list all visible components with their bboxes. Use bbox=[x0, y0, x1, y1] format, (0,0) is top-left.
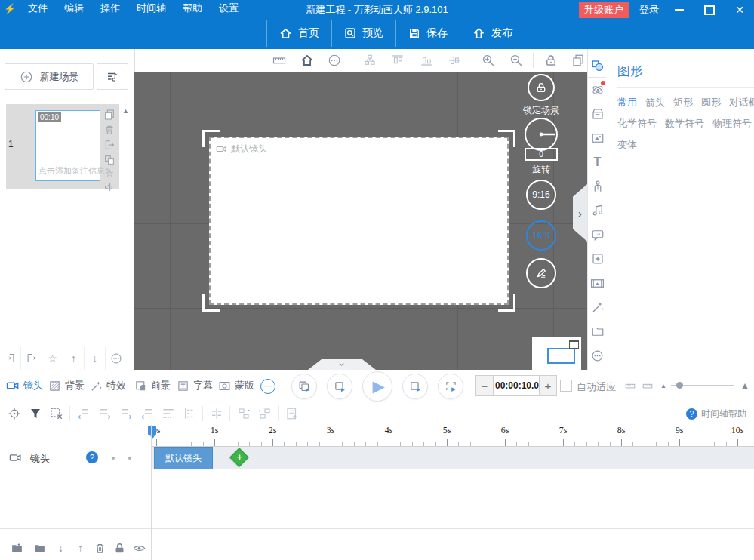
move-scene-down-icon[interactable]: ↓ bbox=[85, 347, 106, 370]
zoom-in-icon[interactable] bbox=[482, 54, 495, 67]
timeline-ruler[interactable]: 0s1s2s3s4s5s6s7s8s9s10s bbox=[151, 425, 754, 447]
shift-left-icon[interactable] bbox=[77, 407, 91, 420]
distribute-icon[interactable] bbox=[183, 407, 196, 420]
ruler-toggle-icon[interactable] bbox=[272, 54, 286, 67]
zoom-slider-max-icon[interactable]: ▲ bbox=[740, 380, 749, 391]
camera-track-lane[interactable]: 默认镜头 + bbox=[152, 447, 754, 469]
group-folder-icon[interactable] bbox=[33, 542, 46, 555]
align-bottom-icon[interactable] bbox=[420, 54, 433, 67]
import-scene-icon[interactable] bbox=[0, 347, 21, 370]
layer-mask-button[interactable]: 蒙版 bbox=[218, 370, 254, 402]
tab-video-frames[interactable] bbox=[588, 272, 607, 294]
layer-effects-button[interactable]: 特效 bbox=[90, 370, 126, 402]
stretch-to-fit-icon[interactable] bbox=[162, 407, 175, 420]
menu-file[interactable]: 文件 bbox=[20, 2, 56, 15]
preview-button[interactable]: 预览 bbox=[332, 18, 395, 48]
lock-scene-button[interactable] bbox=[528, 74, 555, 101]
scene-scroll-up[interactable]: ▲ bbox=[122, 107, 129, 115]
zoom-out-icon[interactable] bbox=[509, 54, 523, 67]
shapes-tab-arrows[interactable]: 箭头 bbox=[645, 96, 665, 109]
tab-magic-wand[interactable] bbox=[588, 296, 607, 318]
scale-ruler-1-1-icon[interactable] bbox=[641, 380, 654, 391]
save-button[interactable]: 保存 bbox=[396, 18, 460, 48]
lock-layer-icon[interactable] bbox=[113, 542, 126, 555]
scene-note-placeholder[interactable]: 点击添加备注信息✎ bbox=[38, 165, 112, 177]
ratio-9-16-button[interactable]: 9:16 bbox=[526, 180, 556, 210]
tab-characters[interactable] bbox=[588, 175, 607, 198]
timeline-help-link[interactable]: ? 时间轴帮助 bbox=[686, 408, 746, 420]
duration-minus-button[interactable]: − bbox=[476, 376, 493, 395]
track-option-dot-2[interactable] bbox=[128, 457, 131, 460]
shapes-tab-common[interactable]: 常用 bbox=[617, 96, 637, 109]
autofit-checkbox[interactable] bbox=[560, 380, 572, 392]
track-option-dot-1[interactable] bbox=[112, 457, 115, 460]
preset-list-icon[interactable] bbox=[285, 407, 299, 420]
export-scene-icon[interactable] bbox=[21, 347, 42, 370]
canvas-workspace[interactable]: 默认镜头 锁定场景 0 旋转 9:16 16:9 › › bbox=[134, 72, 587, 370]
tab-local-files[interactable] bbox=[588, 320, 607, 343]
play-button[interactable]: ▶ bbox=[362, 371, 392, 402]
shapes-tab-dialogs[interactable]: 对话框 bbox=[729, 96, 754, 109]
layer-more-button[interactable]: ⋯ bbox=[260, 379, 275, 394]
layer-background-button[interactable]: 背景 bbox=[48, 370, 85, 402]
filter-icon[interactable] bbox=[29, 407, 42, 420]
move-layer-down-icon[interactable]: ↓ bbox=[54, 542, 67, 555]
navigator-window-icon[interactable] bbox=[569, 340, 579, 349]
login-button[interactable]: 登录 bbox=[639, 3, 659, 17]
duration-plus-button[interactable]: + bbox=[540, 376, 556, 395]
collapse-bottom-handle[interactable]: › bbox=[308, 359, 376, 370]
tab-shapes[interactable] bbox=[588, 54, 607, 78]
more-options-icon[interactable] bbox=[328, 54, 341, 67]
tab-special-effects[interactable] bbox=[588, 248, 607, 270]
center-on-playhead-icon[interactable] bbox=[210, 407, 223, 420]
shapes-tab-physics[interactable]: 物理符号 bbox=[712, 117, 752, 131]
rotate-dial[interactable] bbox=[525, 118, 558, 151]
tab-speech-bubbles[interactable] bbox=[588, 223, 607, 246]
menu-timeline[interactable]: 时间轴 bbox=[128, 2, 174, 15]
scene-thumbnail[interactable]: 00:10 点击添加备注信息✎ bbox=[35, 110, 100, 181]
maximize-button[interactable] bbox=[700, 3, 719, 17]
scene-duplicate-icon[interactable] bbox=[103, 154, 115, 166]
shapes-tab-circles[interactable]: 圆形 bbox=[701, 96, 721, 109]
zoom-slider-min-icon[interactable]: ▲ bbox=[660, 383, 666, 389]
menu-edit[interactable]: 编辑 bbox=[56, 2, 92, 15]
group-icon[interactable] bbox=[363, 54, 377, 67]
move-earlier-icon[interactable] bbox=[237, 407, 251, 420]
scene-copy-icon[interactable] bbox=[103, 109, 115, 121]
menu-action[interactable]: 操作 bbox=[92, 2, 128, 15]
play-element-button[interactable] bbox=[402, 374, 428, 399]
align-middle-icon[interactable] bbox=[448, 54, 461, 67]
scene-export-icon[interactable] bbox=[103, 139, 115, 151]
scene-music-button[interactable] bbox=[97, 63, 128, 90]
navigator-viewport[interactable] bbox=[547, 348, 575, 364]
new-group-icon[interactable] bbox=[11, 542, 23, 555]
play-selection-button[interactable] bbox=[438, 374, 463, 399]
more-scene-actions-icon[interactable] bbox=[106, 347, 126, 370]
home-view-icon[interactable] bbox=[300, 54, 314, 67]
shapes-tab-rectangles[interactable]: 矩形 bbox=[673, 96, 693, 109]
deselect-icon[interactable] bbox=[50, 407, 63, 420]
lock-element-icon[interactable] bbox=[544, 54, 558, 67]
delete-layer-icon[interactable] bbox=[94, 542, 106, 555]
timeline-zoom-slider[interactable]: ▲ ▲ bbox=[660, 375, 749, 396]
rotate-value-field[interactable]: 0 bbox=[525, 148, 558, 161]
tab-more[interactable] bbox=[588, 344, 607, 367]
stage[interactable]: 默认镜头 bbox=[209, 137, 509, 305]
scene-favorite-icon[interactable]: ☆ bbox=[103, 168, 115, 180]
ratio-16-9-button[interactable]: 16:9 bbox=[526, 220, 556, 251]
play-from-scene-button[interactable] bbox=[327, 374, 352, 399]
layer-camera-button[interactable]: 镜头 bbox=[6, 370, 43, 402]
camera-track-help-icon[interactable]: ? bbox=[86, 451, 98, 463]
menu-settings[interactable]: 设置 bbox=[211, 2, 247, 15]
toggle-visibility-icon[interactable] bbox=[133, 542, 146, 555]
shapes-tab-chemistry[interactable]: 化学符号 bbox=[617, 117, 657, 131]
layer-foreground-button[interactable]: 前景 bbox=[134, 370, 171, 402]
move-layer-up-icon[interactable]: ↑ bbox=[74, 542, 87, 555]
minimize-button[interactable] bbox=[669, 3, 689, 17]
shapes-tab-variants[interactable]: 变体 bbox=[617, 138, 637, 152]
locate-playhead-icon[interactable] bbox=[8, 407, 21, 420]
add-camera-button[interactable]: + bbox=[229, 448, 248, 466]
scene-delete-icon[interactable] bbox=[103, 124, 115, 136]
duration-field[interactable]: 00:00:10.0 bbox=[493, 376, 540, 395]
tab-images[interactable] bbox=[588, 127, 607, 149]
